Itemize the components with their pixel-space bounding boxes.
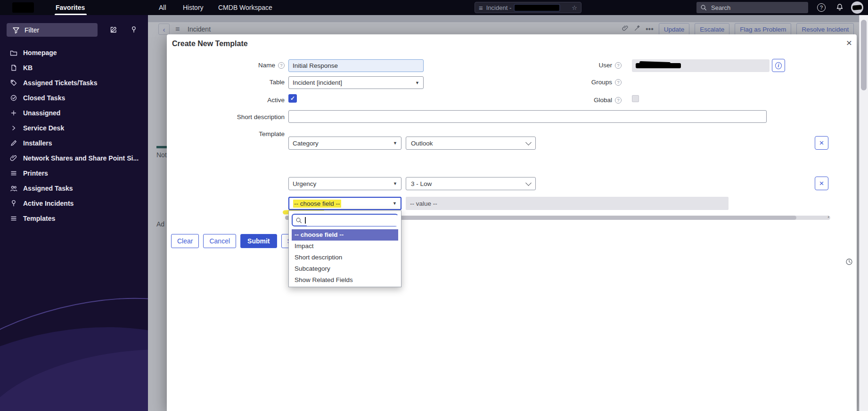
value-placeholder: -- value -- — [410, 200, 437, 207]
top-navigation-bar: Favorites All History CMDB Workspace ≡ I… — [0, 0, 868, 15]
name-input[interactable] — [288, 59, 424, 72]
application-navigator: Filter Homepage KB Assigned Tickets/Task… — [0, 15, 148, 411]
dropdown-search-input[interactable] — [307, 215, 398, 226]
dropdown-option-impact[interactable]: Impact — [292, 241, 398, 252]
global-checkbox[interactable] — [632, 95, 639, 102]
global-search[interactable] — [696, 2, 808, 13]
search-icon — [295, 217, 302, 224]
pin-sidebar-icon[interactable] — [130, 26, 138, 35]
redacted-record-number — [515, 5, 559, 11]
sidebar-item-label: Assigned Tickets/Tasks — [23, 79, 97, 87]
template-value-select-2[interactable]: 3 - Low — [406, 177, 536, 190]
sidebar-item-service-desk[interactable]: Service Desk — [0, 121, 148, 136]
help-icon[interactable]: ? — [278, 62, 285, 69]
dropdown-option-subcategory[interactable]: Subcategory — [292, 263, 398, 274]
sidebar-item-network-shares[interactable]: Network Shares and Share Point Si... — [0, 151, 148, 166]
cancel-button[interactable]: Cancel — [203, 234, 236, 248]
sidebar-item-assigned-tasks[interactable]: Assigned Tasks — [0, 181, 148, 196]
create-new-template-modal: Create New Template × Name ? User ? i Ta… — [167, 34, 857, 411]
vertical-scrollbar-thumb[interactable] — [861, 20, 867, 90]
template-value-select-1[interactable]: Outlook — [406, 137, 536, 150]
user-info-icon[interactable]: i — [772, 59, 785, 72]
field-select-value: Urgency — [293, 180, 316, 187]
sidebar-item-label: Closed Tasks — [23, 94, 65, 102]
navigator-menu: Homepage KB Assigned Tickets/Tasks Close… — [0, 45, 148, 226]
nav-cmdb-workspace[interactable]: CMDB Workspace — [218, 0, 272, 15]
nav-all[interactable]: All — [159, 0, 166, 15]
dropdown-search-box[interactable] — [292, 214, 398, 226]
edit-favorites-icon[interactable] — [110, 26, 117, 35]
active-label: Active — [267, 96, 285, 105]
help-icon[interactable]: ? — [817, 3, 826, 12]
sidebar-item-active-incidents[interactable]: Active Incidents — [0, 196, 148, 211]
filter-label: Filter — [25, 26, 39, 34]
modal-footer-buttons: Clear Cancel Submit Save — [171, 234, 308, 248]
remove-template-row-button[interactable]: × — [815, 177, 828, 190]
help-icon[interactable]: ? — [615, 62, 622, 69]
dropdown-option-short-description[interactable]: Short description — [292, 252, 398, 263]
sidebar-item-templates[interactable]: Templates — [0, 211, 148, 226]
sidebar-item-unassigned[interactable]: Unassigned — [0, 105, 148, 121]
sidebar-item-assigned-tickets-tasks[interactable]: Assigned Tickets/Tasks — [0, 75, 148, 90]
user-field[interactable] — [632, 59, 770, 72]
short-description-label: Short description — [237, 113, 285, 121]
global-search-input[interactable] — [710, 4, 792, 12]
plus-icon — [10, 109, 17, 117]
chevron-down-icon — [525, 139, 532, 145]
sidebar-item-label: KB — [23, 64, 33, 72]
response-time-clock-icon[interactable] — [845, 258, 853, 267]
avatar[interactable] — [851, 1, 863, 14]
search-icon — [700, 4, 707, 11]
sidebar-item-closed-tasks[interactable]: Closed Tasks — [0, 90, 148, 105]
help-icon[interactable]: ? — [615, 79, 622, 86]
sidebar-item-label: Service Desk — [23, 124, 64, 132]
template-field-select-3-focused[interactable]: -- choose field -- ▼ — [288, 197, 401, 210]
dropdown-option-show-related-fields[interactable]: Show Related Fields — [292, 274, 398, 286]
active-checkbox[interactable]: ✓ — [288, 94, 297, 103]
chevron-down-icon: ▼ — [415, 81, 419, 85]
active-label-row: Active — [176, 96, 285, 105]
hamburger-icon: ≡ — [479, 4, 483, 11]
sidebar-item-kb[interactable]: KB — [0, 60, 148, 75]
table-select[interactable]: Incident [incident] ▼ — [288, 76, 424, 89]
template-field-select-2[interactable]: Urgency ▼ — [288, 177, 401, 190]
servicenow-logo[interactable] — [12, 2, 34, 13]
star-icon[interactable]: ☆ — [572, 4, 577, 11]
tags-icon — [10, 79, 17, 87]
chevron-down-icon: ▼ — [393, 181, 397, 186]
short-description-label-row: Short description — [176, 113, 285, 121]
sidebar-item-label: Printers — [23, 169, 48, 177]
sidebar-item-printers[interactable]: Printers — [0, 166, 148, 181]
checkmark-icon: ✓ — [290, 96, 295, 101]
sidebar-item-label: Assigned Tasks — [23, 185, 73, 192]
dropdown-option-choose-field[interactable]: -- choose field -- — [292, 229, 398, 241]
submit-button[interactable]: Submit — [240, 234, 277, 248]
table-select-value: Incident [incident] — [293, 79, 342, 86]
filter-navigator-button[interactable]: Filter — [7, 23, 98, 37]
users-icon — [10, 185, 17, 192]
short-description-input[interactable] — [288, 110, 767, 123]
close-icon[interactable]: × — [843, 36, 856, 49]
vertical-scrollbar[interactable] — [859, 15, 868, 411]
chevron-down-icon: ▼ — [393, 141, 397, 145]
chevron-down-icon — [525, 180, 532, 186]
omnibox-text: Incident - — [486, 4, 511, 11]
open-record-omnibox[interactable]: ≡ Incident - ☆ — [475, 2, 581, 13]
clear-button[interactable]: Clear — [171, 234, 199, 248]
text-cursor — [305, 217, 306, 224]
nav-history[interactable]: History — [183, 0, 204, 15]
notifications-bell-icon[interactable] — [836, 3, 843, 12]
document-icon — [10, 64, 17, 72]
tab-favorites[interactable]: Favorites — [56, 0, 85, 15]
remove-template-row-button[interactable]: × — [815, 136, 828, 150]
scroll-right-arrow-icon[interactable]: › — [827, 214, 829, 219]
help-icon[interactable]: ? — [615, 97, 622, 104]
template-field-select-1[interactable]: Category ▼ — [288, 137, 401, 150]
global-label-row: Global ? — [513, 96, 622, 105]
pin-icon — [10, 200, 17, 207]
sidebar-item-label: Homepage — [23, 49, 57, 56]
sidebar-item-installers[interactable]: Installers — [0, 136, 148, 151]
user-label-row: User ? — [513, 61, 622, 70]
modal-title: Create New Template — [172, 40, 248, 48]
sidebar-item-homepage[interactable]: Homepage — [0, 45, 148, 60]
